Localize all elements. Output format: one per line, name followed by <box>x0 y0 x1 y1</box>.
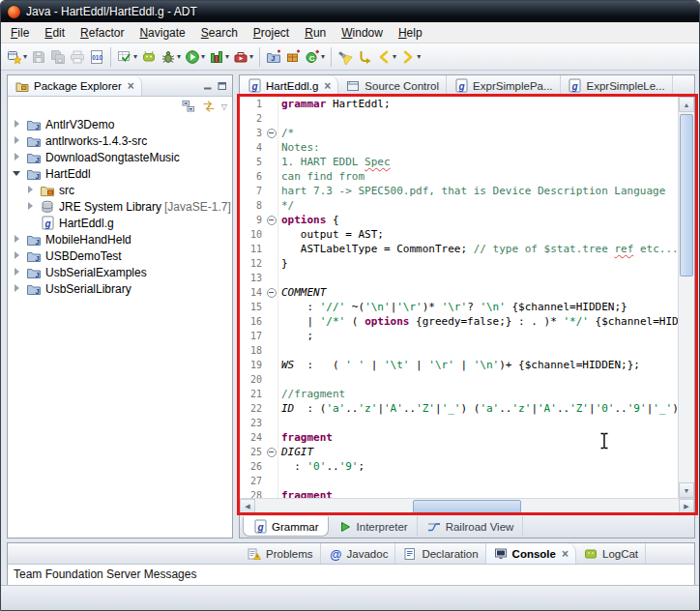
fold-collapse-icon[interactable] <box>265 285 278 300</box>
collapse-arrow-icon[interactable] <box>13 168 23 179</box>
code-line-25[interactable]: 25DIGIT <box>240 445 678 459</box>
editor-tab-exprsimplepa[interactable]: gExprSimplePa... <box>447 75 560 96</box>
print-button[interactable] <box>68 45 87 69</box>
code-line-7[interactable]: 7hart 7.3 -> SPEC500.pdf, that is Device… <box>240 184 678 198</box>
code-line-21[interactable]: 21//fragment <box>240 387 678 401</box>
editor-view-tab-interpreter[interactable]: Interpreter <box>329 516 418 537</box>
code-line-15[interactable]: 15 : '//' ~('\n'|'\r')* '\r'? '\n' {$cha… <box>240 300 678 314</box>
expand-arrow-icon[interactable] <box>13 234 23 245</box>
scroll-right-arrow[interactable]: ▶ <box>679 499 694 514</box>
android-sdk-button[interactable] <box>139 45 159 69</box>
collapse-all-icon[interactable] <box>181 99 196 114</box>
tree-item-downloadsongtastemusic[interactable]: JDownloadSongtasteMusic <box>8 149 232 165</box>
fold-collapse-icon[interactable] <box>265 213 278 227</box>
close-icon[interactable]: × <box>562 548 569 560</box>
scroll-left-arrow[interactable]: ◀ <box>240 499 255 514</box>
title-bar[interactable]: Java - HartEddl/HartEddl.g - ADT <box>1 1 699 22</box>
tree-item-usbdemotest[interactable]: JUSBDemoTest <box>8 247 232 264</box>
code-line-10[interactable]: 10 output = AST; <box>240 227 678 242</box>
code-line-18[interactable]: 18 <box>240 343 678 358</box>
back-button[interactable]: ▾ <box>374 45 398 69</box>
expand-arrow-icon[interactable] <box>13 152 23 162</box>
fold-collapse-icon[interactable] <box>265 126 278 140</box>
horizontal-scrollbar[interactable]: ◀ ▶ <box>240 498 694 514</box>
code-line-24[interactable]: 24fragment <box>240 430 678 445</box>
external-tools-button[interactable]: ▾ <box>231 45 255 69</box>
code-line-28[interactable]: 28fragment <box>240 488 678 498</box>
dropdown-arrow-icon[interactable]: ▾ <box>133 52 137 61</box>
menu-help[interactable]: Help <box>391 23 430 43</box>
editor-body[interactable]: 1grammar HartEddl;23/*4Notes:51. HART ED… <box>240 97 694 498</box>
close-icon[interactable]: × <box>128 80 134 92</box>
package-explorer-tab[interactable]: Package Explorer × <box>8 75 142 96</box>
new-wizard-button[interactable]: ▾ <box>5 45 29 69</box>
tree-item-jre-system-library[interactable]: JRE System Library [JavaSE-1.7] <box>8 198 232 215</box>
menu-project[interactable]: Project <box>246 23 297 43</box>
code-line-8[interactable]: 8*/ <box>240 198 678 213</box>
console-view-content[interactable]: Team Foundation Server Messages <box>8 565 694 585</box>
dropdown-arrow-icon[interactable]: ▾ <box>249 52 253 61</box>
vertical-scrollbar[interactable]: ▲ ▼ <box>678 97 694 498</box>
scroll-down-arrow[interactable]: ▼ <box>679 482 694 498</box>
code-line-13[interactable]: 13 <box>240 271 678 285</box>
code-line-9[interactable]: 9options { <box>240 213 678 227</box>
menu-navigate[interactable]: Navigate <box>131 23 192 43</box>
forward-button[interactable]: ▾ <box>398 45 423 69</box>
dropdown-arrow-icon[interactable]: ▾ <box>201 52 205 61</box>
menu-run[interactable]: Run <box>297 23 334 43</box>
editor-view-tab-grammar[interactable]: gGrammar <box>243 516 329 537</box>
menu-search[interactable]: Search <box>193 23 246 43</box>
expand-arrow-icon[interactable] <box>26 201 37 212</box>
expand-arrow-icon[interactable] <box>13 135 23 146</box>
binary-file-button[interactable]: 010 <box>87 45 106 69</box>
panel-tab-javadoc[interactable]: @Javadoc <box>321 543 396 564</box>
dropdown-arrow-icon[interactable]: ▾ <box>417 52 421 61</box>
code-line-23[interactable]: 23 <box>240 416 678 430</box>
menu-file[interactable]: File <box>3 23 37 43</box>
tree-item-antlrv3demo[interactable]: JAntlrV3Demo <box>8 116 232 132</box>
code-line-12[interactable]: 12} <box>240 256 678 271</box>
dropdown-arrow-icon[interactable]: ▾ <box>225 52 229 61</box>
menu-refactor[interactable]: Refactor <box>73 23 131 43</box>
tree-item-mobilehandheld[interactable]: JMobileHandHeld <box>8 231 232 247</box>
menu-window[interactable]: Window <box>334 23 391 43</box>
panel-tab-logcat[interactable]: LogCat <box>576 543 646 564</box>
new-java-project-button[interactable]: J <box>264 45 283 69</box>
expand-arrow-icon[interactable] <box>13 119 23 130</box>
scroll-up-arrow[interactable]: ▲ <box>679 97 694 112</box>
dropdown-arrow-icon[interactable]: ▾ <box>393 52 396 61</box>
code-line-14[interactable]: 14COMMENT <box>240 285 678 300</box>
panel-tab-problems[interactable]: Problems <box>240 543 321 564</box>
code-line-22[interactable]: 22ID : ('a'..'z'|'A'..'Z'|'_') ('a'..'z'… <box>240 401 678 416</box>
link-with-editor-icon[interactable] <box>201 99 217 114</box>
coverage-button[interactable]: ▾ <box>207 45 231 69</box>
search-button[interactable] <box>335 45 355 69</box>
tree-item-harteddl-g[interactable]: gHartEddl.g <box>8 215 232 231</box>
tree-item-src[interactable]: src <box>8 182 232 198</box>
code-line-2[interactable]: 2 <box>240 111 678 126</box>
code-line-16[interactable]: 16 | '/*' ( options {greedy=false;} : . … <box>240 314 678 329</box>
editor-view-tab-railroad-view[interactable]: Railroad View <box>418 516 524 537</box>
debug-button[interactable]: ▾ <box>159 45 183 69</box>
code-line-5[interactable]: 51. HART EDDL Spec <box>240 155 678 169</box>
tree-item-usbserialexamples[interactable]: JUsbSerialExamples <box>8 264 232 280</box>
save-button[interactable] <box>29 45 48 69</box>
dropdown-arrow-icon[interactable]: ▾ <box>177 52 181 61</box>
new-class-button[interactable]: C▾ <box>303 45 327 69</box>
panel-tab-console[interactable]: Console× <box>486 543 576 564</box>
code-line-6[interactable]: 6can find from <box>240 169 678 184</box>
expand-arrow-icon[interactable] <box>13 250 23 261</box>
new-package-button[interactable] <box>283 45 303 69</box>
code-line-4[interactable]: 4Notes: <box>240 140 678 155</box>
menu-edit[interactable]: Edit <box>37 23 73 43</box>
dropdown-arrow-icon[interactable]: ▾ <box>23 52 27 61</box>
last-edit-location-button[interactable] <box>355 45 374 69</box>
close-icon[interactable]: × <box>324 80 331 92</box>
editor-tab-harteddl-g[interactable]: gHartEddl.g× <box>240 75 338 96</box>
tree-item-harteddl[interactable]: JHartEddl <box>8 165 232 182</box>
editor-tab-exprsimplele[interactable]: gExprSimpleLe... <box>561 75 673 96</box>
vertical-scrollbar-thumb[interactable] <box>680 114 693 276</box>
fold-collapse-icon[interactable] <box>265 445 278 459</box>
code-line-1[interactable]: 1grammar HartEddl; <box>240 97 678 111</box>
code-line-3[interactable]: 3/* <box>240 126 678 140</box>
